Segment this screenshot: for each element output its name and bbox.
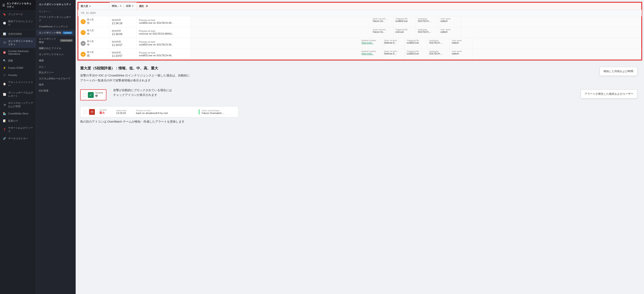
table-row[interactable]: ● 重大度 高 検知時間 11:10:57 Process on host ru… <box>78 49 642 60</box>
detect-cell-2: 検知時間 11:10:57 <box>110 38 137 49</box>
attr-item-1-1: Triggering file cmd.exe <box>394 27 416 38</box>
severity-value-1: 🛡 重大度 中 <box>81 29 107 36</box>
sidebar-label-siem: 次世代SIEM <box>8 32 22 36</box>
table-row[interactable]: ● 重大度 中 検知時間 11:10:57 Process on host ru… <box>78 38 642 49</box>
severity-value-2: ● 重大度 中 <box>81 40 107 47</box>
sidebar-item-support[interactable]: ❓ サポートおよびリソース <box>0 124 36 135</box>
store-icon: 🏪 <box>3 112 6 115</box>
sec-item-activity-dashboard[interactable]: アクティビティダッシュボード <box>36 14 76 24</box>
sidebar-item-dashboard[interactable]: 📈 ダッシュボードおよびレポート <box>0 89 36 100</box>
settings-icon: ⚙ <box>146 5 148 8</box>
attr-item-2-3: Hostname SOLTECH-... <box>428 38 450 49</box>
severity-cell-0: 🛡 重大度 中 <box>78 16 110 27</box>
detect-cell-1: 検知時間 11:34:04 <box>110 27 137 38</box>
severity-cell-3: ● 重大度 高 <box>78 49 110 60</box>
overwatch-checkbox[interactable] <box>84 110 87 114</box>
list-icon: 📋 <box>3 82 6 86</box>
overwatch-detect-time: Detect time 13:25:03 <box>116 109 127 114</box>
detect-cell-3: 検知時間 11:10:57 <box>110 49 137 60</box>
attr-item-3-0: Related incident View incid... <box>360 49 382 60</box>
sidebar-label-endpoint: エンドポイントセキュリティ <box>8 39 33 46</box>
cube-icon: ⬡ <box>3 73 6 77</box>
sec-item-custom-ioa[interactable]: カスタムIOAルールグループ <box>36 76 76 82</box>
sidebar-label-bookmark: ブックマーク <box>8 13 23 16</box>
sec-item-quarantined[interactable]: 隔離されたファイル <box>36 45 76 51</box>
attr-cell-1: Tactic via tech... Falcon Ov... Triggeri… <box>191 27 642 38</box>
sidebar-item-audit[interactable]: 📝 監査ログ <box>0 117 36 124</box>
severity-icon-medium-1: 🛡 <box>81 30 86 35</box>
sort-name-icon: ⇅ <box>132 5 134 7</box>
demo-checkbox[interactable] <box>83 93 86 97</box>
severity-demo: ✓ Severity 中 <box>80 89 106 100</box>
main-content: 重大度 ⇅ 検知... ⇅ | 名前 ⇅ 属性 ⚙ 7月. 12, 2024 <box>76 0 644 294</box>
attr-item-3-2: Triggering file rundll32.exe <box>405 49 428 60</box>
annotation-text-1: 攻撃の手法や IOC が CrowdStrike のインテリジェンスと一致した場… <box>80 73 640 83</box>
overwatch-icon: 👁 <box>89 109 95 115</box>
process-cell-0: Process on host rundll32.exe on SOLTECH-… <box>137 16 191 27</box>
attr-item-2-2: Triggering file rundll32.exe <box>405 38 428 49</box>
sec-item-crowdscore[interactable]: CrowdScore-インシデント <box>36 24 76 30</box>
overwatch-detect: Severity 重大 <box>100 109 107 115</box>
attr-cell-2: Related incident View incid... Tactic vi… <box>191 38 642 49</box>
monitor-section-header: モニター ∧ <box>36 8 76 14</box>
table-row[interactable]: 🛡 重大度 中 検知時間 11:34:16 Process on host ru… <box>78 16 642 27</box>
sec-item-exclusion[interactable]: 除外 <box>36 82 76 88</box>
attr-item-0-1: Triggering file rundll32.exe <box>394 16 416 27</box>
process-cell-2: Process on host rundll32.exe on SOLTECH-… <box>137 38 191 49</box>
sidebar-label-connector: データコネクター <box>8 137 28 140</box>
th-attrs[interactable]: 属性 ⚙ <box>137 2 642 10</box>
clock-icon: 🕐 <box>3 21 6 25</box>
deprecated-badge: Deprecated <box>60 39 73 42</box>
sec-item-repair[interactable]: 修復 <box>36 58 76 64</box>
callout-box-1: 検知した内容および時間 <box>600 67 637 76</box>
sort-severity-icon: ⇅ <box>89 5 91 8</box>
sidebar-item-bookmark[interactable]: 🔖 ブックマーク <box>0 11 36 18</box>
th-detect[interactable]: 検知... ⇅ | 名前 ⇅ <box>110 2 137 10</box>
sec-item-endpoint-detect-old[interactable]: エンドポイント検知 Deprecated <box>36 36 76 45</box>
annotation-title: 重大度（5段階評価）：情報、低、中、高、重大 <box>80 66 640 71</box>
secondary-sidebar: エンドポイントセキュリティ モニター ∧ アクティビティダッシュボード Crow… <box>36 0 76 294</box>
sec-item-endpoint-detect-new[interactable]: エンドポイント検知 Updated <box>36 30 76 36</box>
attr-item-1-2: Hostname SOLTECH-... <box>416 27 439 38</box>
sidebar-item-recent[interactable]: 🕐 最近アクセスしたリンク <box>0 18 36 28</box>
sidebar-label-investigation: 調査 <box>8 59 13 62</box>
sort-detect-icon: ⇅ <box>120 5 122 7</box>
detect-cell-0: 検知時間 11:34:16 <box>110 16 137 27</box>
sidebar-item-siem[interactable]: 📊 次世代SIEM <box>0 30 36 38</box>
sidebar-item-connector[interactable]: 🔗 データコネクター <box>0 135 36 142</box>
sidebar-label-foundry: Foundry <box>8 74 17 77</box>
connector-icon: 🔗 <box>3 137 6 140</box>
table-row[interactable]: 🛡 重大度 中 検知時間 11:34:04 Process on host cm… <box>78 27 642 38</box>
sidebar-header-title: エンドポイントセキュリティ <box>6 2 34 9</box>
lightning-icon: ⚡ <box>3 66 6 70</box>
sidebar-item-assets[interactable]: 📋 アセットインベントリー <box>0 79 36 89</box>
sidebar-item-foundry[interactable]: ⬡ Foundry <box>0 72 36 79</box>
sidebar-label-support: サポートおよびリソース <box>8 126 33 133</box>
attr-cell-3: Related incident View incid... Tactic vi… <box>191 49 642 60</box>
sidebar-label-counter: Counter Adversary Operations <box>8 50 33 55</box>
help-icon: ❓ <box>3 128 6 131</box>
attr-item-2-1: Tactic via tech... Defense E... <box>382 38 405 49</box>
sec-item-ondemand[interactable]: オンデマンドスキャン <box>36 51 76 58</box>
check-icon: ✓ <box>88 92 94 98</box>
sidebar-item-counter[interactable]: 🎯 Counter Adversary Operations <box>0 48 36 57</box>
updated-badge: Updated <box>62 32 72 34</box>
sidebar-label-audit: 監査ログ <box>8 119 18 123</box>
overwatch-process: Process on host bash on almalinux8.8 by … <box>136 109 193 114</box>
sidebar-item-fusion[interactable]: ⚡ Fusion SOAR <box>0 64 36 72</box>
sidebar-item-store[interactable]: 🏪 CrowdStrike Store <box>0 110 36 117</box>
divider1 <box>0 29 36 30</box>
bookmark-icon: 🔖 <box>3 13 6 16</box>
sec-item-ioc[interactable]: IOC管理 <box>36 88 76 94</box>
chart-icon: 📈 <box>3 93 6 96</box>
attr-item-3-4: User name soltech <box>450 49 472 60</box>
attr-item-1-3: User name soltech <box>439 27 461 38</box>
th-severity[interactable]: 重大度 ⇅ <box>78 2 110 10</box>
target-icon: 🎯 <box>3 51 6 54</box>
severity-cell-1: 🛡 重大度 中 <box>78 27 110 38</box>
sidebar-item-host[interactable]: 🖥 ホストのセットアップおよび管理 <box>0 100 36 110</box>
sidebar-item-investigation[interactable]: 🔍 調査 <box>0 57 36 64</box>
severity-value-0: 🛡 重大度 中 <box>81 18 107 25</box>
sidebar-item-endpoint[interactable]: 🛡 エンドポイントセキュリティ <box>0 38 36 48</box>
sec-item-prevention[interactable]: 防止ポリシー <box>36 69 76 76</box>
